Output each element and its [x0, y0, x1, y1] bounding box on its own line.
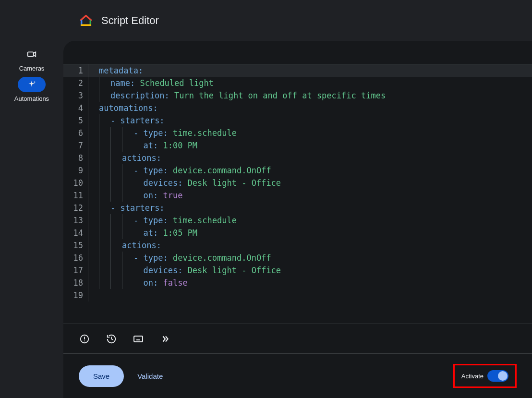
- line-number: 6: [63, 127, 88, 139]
- activate-toggle[interactable]: [487, 370, 508, 382]
- code-line[interactable]: 6- type: time.schedule: [63, 127, 532, 139]
- code-line[interactable]: 7 at: 1:00 PM: [63, 139, 532, 152]
- line-number: 17: [63, 264, 88, 277]
- sidebar-item-label: Automations: [14, 95, 49, 102]
- code-line[interactable]: 16- type: device.command.OnOff: [63, 252, 532, 264]
- svg-rect-4: [134, 336, 143, 342]
- sidebar: Cameras Automations: [0, 41, 63, 398]
- code-line[interactable]: 1metadata:: [63, 64, 532, 77]
- app-header: Script Editor: [0, 0, 532, 41]
- history-icon[interactable]: [106, 333, 117, 345]
- line-number: 16: [63, 252, 88, 264]
- sidebar-item-cameras[interactable]: Cameras: [18, 47, 46, 72]
- code-line[interactable]: 3description: Turn the light on and off …: [63, 89, 532, 102]
- camera-icon: [18, 47, 46, 62]
- sparkle-icon: [18, 77, 46, 92]
- code-line[interactable]: 15actions:: [63, 239, 532, 252]
- sidebar-item-label: Cameras: [19, 65, 45, 72]
- code-line[interactable]: 18 on: false: [63, 277, 532, 289]
- svg-rect-0: [28, 52, 34, 56]
- code-line[interactable]: 19: [63, 289, 532, 302]
- line-number: 19: [63, 289, 88, 302]
- code-line[interactable]: 4automations:: [63, 102, 532, 114]
- line-number: 13: [63, 214, 88, 227]
- error-icon[interactable]: [79, 333, 90, 345]
- line-number: 11: [63, 189, 88, 202]
- code-line[interactable]: 10 devices: Desk light - Office: [63, 177, 532, 189]
- line-number: 10: [63, 177, 88, 189]
- line-number: 4: [63, 102, 88, 114]
- line-number: 2: [63, 77, 88, 89]
- more-icon[interactable]: [159, 333, 171, 345]
- page-title: Script Editor: [101, 14, 159, 27]
- line-number: 8: [63, 152, 88, 164]
- validate-button[interactable]: Validate: [137, 372, 163, 380]
- line-number: 1: [63, 64, 88, 77]
- code-line[interactable]: 17 devices: Desk light - Office: [63, 264, 532, 277]
- code-line[interactable]: 5- starters:: [63, 114, 532, 127]
- line-number: 7: [63, 139, 88, 152]
- google-home-logo-icon: [79, 14, 93, 27]
- code-line[interactable]: 14 at: 1:05 PM: [63, 227, 532, 239]
- activate-label: Activate: [461, 373, 484, 380]
- code-line[interactable]: 13- type: time.schedule: [63, 214, 532, 227]
- activate-highlight: Activate: [453, 364, 517, 388]
- line-number: 18: [63, 277, 88, 289]
- svg-point-3: [84, 340, 85, 341]
- line-number: 3: [63, 89, 88, 102]
- code-line[interactable]: 9- type: device.command.OnOff: [63, 164, 532, 177]
- code-editor[interactable]: 1metadata:2name: Scheduled light3descrip…: [63, 64, 532, 324]
- line-number: 15: [63, 239, 88, 252]
- code-line[interactable]: 2name: Scheduled light: [63, 77, 532, 89]
- code-line[interactable]: 12- starters:: [63, 202, 532, 214]
- editor-toolbar: [63, 324, 532, 354]
- line-number: 9: [63, 164, 88, 177]
- save-button[interactable]: Save: [79, 365, 124, 387]
- line-number: 14: [63, 227, 88, 239]
- footer-bar: Save Validate Activate: [63, 354, 532, 398]
- code-line[interactable]: 11 on: true: [63, 189, 532, 202]
- keyboard-icon[interactable]: [133, 333, 144, 345]
- line-number: 5: [63, 114, 88, 127]
- main-panel: 1metadata:2name: Scheduled light3descrip…: [63, 41, 532, 398]
- code-line[interactable]: 8actions:: [63, 152, 532, 164]
- line-number: 12: [63, 202, 88, 214]
- sidebar-item-automations[interactable]: Automations: [14, 77, 49, 102]
